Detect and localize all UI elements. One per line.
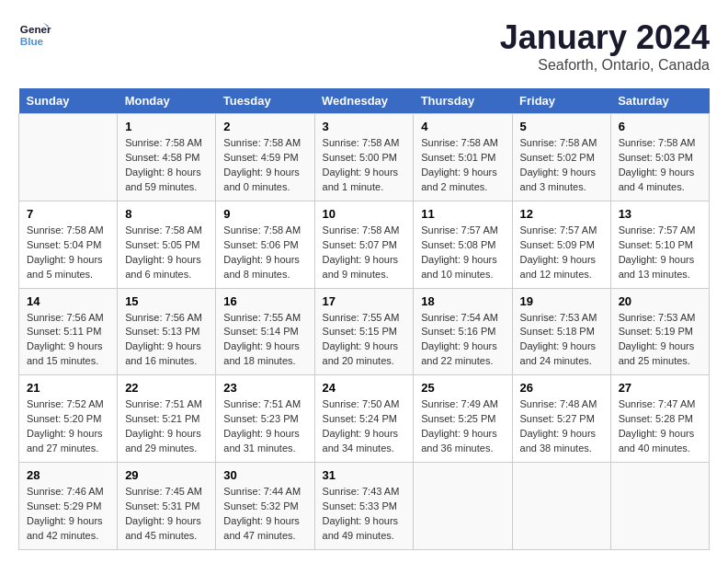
day-info: Sunrise: 7:58 AM Sunset: 5:04 PM Dayligh… xyxy=(27,224,109,282)
day-number: 27 xyxy=(619,381,701,395)
day-number: 12 xyxy=(520,207,603,221)
day-info: Sunrise: 7:58 AM Sunset: 5:02 PM Dayligh… xyxy=(520,136,603,195)
day-number: 21 xyxy=(27,381,109,395)
header-saturday: Saturday xyxy=(610,88,709,114)
table-row: 11Sunrise: 7:57 AM Sunset: 5:08 PM Dayli… xyxy=(414,201,512,288)
day-info: Sunrise: 7:50 AM Sunset: 5:24 PM Dayligh… xyxy=(323,397,406,456)
day-info: Sunrise: 7:46 AM Sunset: 5:29 PM Dayligh… xyxy=(27,485,109,544)
table-row: 5Sunrise: 7:58 AM Sunset: 5:02 PM Daylig… xyxy=(512,114,610,201)
day-info: Sunrise: 7:58 AM Sunset: 4:59 PM Dayligh… xyxy=(223,136,306,195)
table-row: 21Sunrise: 7:52 AM Sunset: 5:20 PM Dayli… xyxy=(19,375,118,463)
day-number: 29 xyxy=(125,468,208,482)
logo-icon: General Blue xyxy=(18,18,51,52)
table-row: 14Sunrise: 7:56 AM Sunset: 5:11 PM Dayli… xyxy=(19,288,118,375)
page-header: General Blue January 2024 Seaforth, Onta… xyxy=(18,18,710,74)
table-row: 8Sunrise: 7:58 AM Sunset: 5:05 PM Daylig… xyxy=(118,201,216,288)
day-info: Sunrise: 7:48 AM Sunset: 5:27 PM Dayligh… xyxy=(520,397,603,456)
day-info: Sunrise: 7:58 AM Sunset: 5:00 PM Dayligh… xyxy=(323,136,406,195)
table-row: 24Sunrise: 7:50 AM Sunset: 5:24 PM Dayli… xyxy=(314,375,414,463)
header-friday: Friday xyxy=(512,88,610,114)
day-info: Sunrise: 7:49 AM Sunset: 5:25 PM Dayligh… xyxy=(421,397,504,456)
table-row: 2Sunrise: 7:58 AM Sunset: 4:59 PM Daylig… xyxy=(216,114,314,201)
day-info: Sunrise: 7:53 AM Sunset: 5:18 PM Dayligh… xyxy=(520,311,603,370)
table-row xyxy=(610,463,709,550)
day-info: Sunrise: 7:45 AM Sunset: 5:31 PM Dayligh… xyxy=(125,485,208,544)
table-row: 16Sunrise: 7:55 AM Sunset: 5:14 PM Dayli… xyxy=(216,288,314,375)
day-number: 23 xyxy=(223,381,306,395)
day-number: 26 xyxy=(520,381,603,395)
day-info: Sunrise: 7:51 AM Sunset: 5:21 PM Dayligh… xyxy=(125,397,208,456)
day-info: Sunrise: 7:58 AM Sunset: 5:05 PM Dayligh… xyxy=(125,224,208,282)
day-info: Sunrise: 7:44 AM Sunset: 5:32 PM Dayligh… xyxy=(223,485,306,544)
table-row: 12Sunrise: 7:57 AM Sunset: 5:09 PM Dayli… xyxy=(512,201,610,288)
day-number: 2 xyxy=(223,120,306,133)
day-number: 11 xyxy=(421,207,504,221)
calendar-row: 7Sunrise: 7:58 AM Sunset: 5:04 PM Daylig… xyxy=(19,201,710,288)
day-number: 20 xyxy=(619,294,701,308)
title-section: January 2024 Seaforth, Ontario, Canada xyxy=(500,18,710,74)
day-number: 3 xyxy=(323,120,406,133)
day-info: Sunrise: 7:55 AM Sunset: 5:14 PM Dayligh… xyxy=(223,311,306,370)
table-row: 22Sunrise: 7:51 AM Sunset: 5:21 PM Dayli… xyxy=(118,375,216,463)
day-info: Sunrise: 7:58 AM Sunset: 5:07 PM Dayligh… xyxy=(323,224,406,282)
table-row: 30Sunrise: 7:44 AM Sunset: 5:32 PM Dayli… xyxy=(216,463,314,550)
header-monday: Monday xyxy=(118,88,216,114)
table-row: 28Sunrise: 7:46 AM Sunset: 5:29 PM Dayli… xyxy=(19,463,118,550)
table-row: 13Sunrise: 7:57 AM Sunset: 5:10 PM Dayli… xyxy=(610,201,709,288)
day-info: Sunrise: 7:58 AM Sunset: 5:01 PM Dayligh… xyxy=(421,136,504,195)
day-number: 19 xyxy=(520,294,603,308)
table-row: 19Sunrise: 7:53 AM Sunset: 5:18 PM Dayli… xyxy=(512,288,610,375)
calendar-subtitle: Seaforth, Ontario, Canada xyxy=(500,57,710,74)
day-number: 15 xyxy=(125,294,208,308)
table-row: 6Sunrise: 7:58 AM Sunset: 5:03 PM Daylig… xyxy=(610,114,709,201)
day-info: Sunrise: 7:43 AM Sunset: 5:33 PM Dayligh… xyxy=(323,485,406,544)
table-row: 17Sunrise: 7:55 AM Sunset: 5:15 PM Dayli… xyxy=(314,288,414,375)
day-info: Sunrise: 7:58 AM Sunset: 5:06 PM Dayligh… xyxy=(223,224,306,282)
svg-text:Blue: Blue xyxy=(20,35,44,47)
calendar-row: 28Sunrise: 7:46 AM Sunset: 5:29 PM Dayli… xyxy=(19,463,710,550)
day-info: Sunrise: 7:53 AM Sunset: 5:19 PM Dayligh… xyxy=(619,311,701,370)
day-number: 5 xyxy=(520,120,603,133)
table-row: 18Sunrise: 7:54 AM Sunset: 5:16 PM Dayli… xyxy=(414,288,512,375)
day-info: Sunrise: 7:58 AM Sunset: 4:58 PM Dayligh… xyxy=(125,136,208,195)
day-info: Sunrise: 7:56 AM Sunset: 5:13 PM Dayligh… xyxy=(125,311,208,370)
table-row: 15Sunrise: 7:56 AM Sunset: 5:13 PM Dayli… xyxy=(118,288,216,375)
day-number: 25 xyxy=(421,381,504,395)
day-info: Sunrise: 7:57 AM Sunset: 5:08 PM Dayligh… xyxy=(421,224,504,282)
logo: General Blue xyxy=(18,18,51,52)
day-number: 4 xyxy=(421,120,504,133)
day-info: Sunrise: 7:56 AM Sunset: 5:11 PM Dayligh… xyxy=(27,311,109,370)
table-row: 1Sunrise: 7:58 AM Sunset: 4:58 PM Daylig… xyxy=(118,114,216,201)
day-number: 13 xyxy=(619,207,701,221)
table-row: 29Sunrise: 7:45 AM Sunset: 5:31 PM Dayli… xyxy=(118,463,216,550)
table-row: 9Sunrise: 7:58 AM Sunset: 5:06 PM Daylig… xyxy=(216,201,314,288)
day-number: 31 xyxy=(323,468,406,482)
day-info: Sunrise: 7:47 AM Sunset: 5:28 PM Dayligh… xyxy=(619,397,701,456)
table-row: 25Sunrise: 7:49 AM Sunset: 5:25 PM Dayli… xyxy=(414,375,512,463)
day-number: 24 xyxy=(323,381,406,395)
day-info: Sunrise: 7:57 AM Sunset: 5:09 PM Dayligh… xyxy=(520,224,603,282)
table-row xyxy=(19,114,118,201)
table-row: 23Sunrise: 7:51 AM Sunset: 5:23 PM Dayli… xyxy=(216,375,314,463)
header-tuesday: Tuesday xyxy=(216,88,314,114)
day-number: 1 xyxy=(125,120,208,133)
header-wednesday: Wednesday xyxy=(314,88,414,114)
table-row: 3Sunrise: 7:58 AM Sunset: 5:00 PM Daylig… xyxy=(314,114,414,201)
header-thursday: Thursday xyxy=(414,88,512,114)
day-number: 22 xyxy=(125,381,208,395)
day-number: 6 xyxy=(619,120,701,133)
calendar-table: Sunday Monday Tuesday Wednesday Thursday… xyxy=(18,88,710,550)
day-number: 9 xyxy=(223,207,306,221)
day-number: 8 xyxy=(125,207,208,221)
table-row: 26Sunrise: 7:48 AM Sunset: 5:27 PM Dayli… xyxy=(512,375,610,463)
day-number: 18 xyxy=(421,294,504,308)
day-number: 16 xyxy=(223,294,306,308)
day-number: 30 xyxy=(223,468,306,482)
day-info: Sunrise: 7:55 AM Sunset: 5:15 PM Dayligh… xyxy=(323,311,406,370)
table-row: 20Sunrise: 7:53 AM Sunset: 5:19 PM Dayli… xyxy=(610,288,709,375)
calendar-row: 14Sunrise: 7:56 AM Sunset: 5:11 PM Dayli… xyxy=(19,288,710,375)
table-row: 4Sunrise: 7:58 AM Sunset: 5:01 PM Daylig… xyxy=(414,114,512,201)
table-row: 10Sunrise: 7:58 AM Sunset: 5:07 PM Dayli… xyxy=(314,201,414,288)
day-number: 10 xyxy=(323,207,406,221)
day-info: Sunrise: 7:54 AM Sunset: 5:16 PM Dayligh… xyxy=(421,311,504,370)
